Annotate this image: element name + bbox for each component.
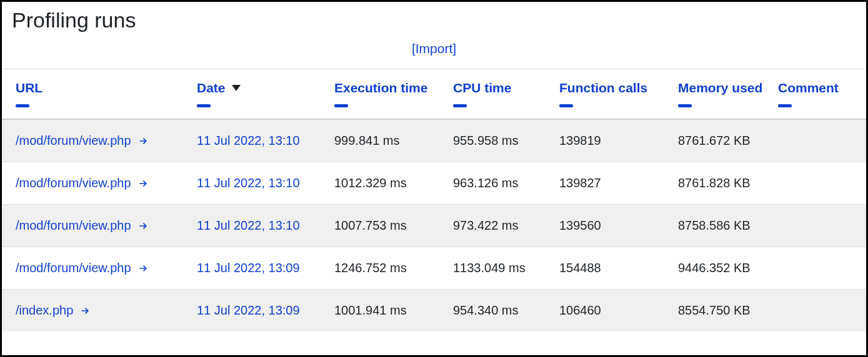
collapse-icon[interactable]	[678, 104, 692, 107]
column-header-cpu[interactable]: CPU time	[453, 81, 511, 95]
column-header-date[interactable]: Date	[197, 81, 241, 95]
import-link[interactable]: [Import]	[412, 41, 456, 56]
run-mem: 8758.586 KB	[678, 218, 751, 232]
table-row: /index.php 11 Jul 2022, 13:09 1001.941 m…	[2, 290, 866, 332]
run-exec: 1246.752 ms	[334, 261, 407, 275]
run-cpu: 955.958 ms	[453, 134, 519, 147]
arrow-right-icon	[137, 262, 150, 275]
run-func: 139827	[559, 176, 601, 190]
collapse-icon[interactable]	[16, 104, 29, 107]
column-header-mem[interactable]: Memory used	[678, 81, 762, 95]
run-mem: 8554.750 KB	[678, 303, 751, 317]
run-exec: 1007.753 ms	[334, 218, 407, 232]
run-func: 154488	[559, 261, 601, 275]
table-row: /mod/forum/view.php 11 Jul 2022, 13:10 9…	[2, 119, 866, 162]
run-mem: 8761.828 KB	[678, 176, 751, 190]
collapse-icon[interactable]	[334, 104, 348, 107]
run-func: 139819	[559, 134, 601, 147]
run-mem: 8761.672 KB	[678, 134, 751, 147]
collapse-icon[interactable]	[778, 104, 792, 107]
run-cpu: 973.422 ms	[453, 218, 519, 232]
run-cpu: 1133.049 ms	[453, 261, 526, 275]
page-title: Profiling runs	[2, 2, 866, 37]
run-date-link[interactable]: 11 Jul 2022, 13:10	[197, 218, 300, 232]
column-header-date-label: Date	[197, 81, 226, 95]
run-date-link[interactable]: 11 Jul 2022, 13:09	[197, 261, 300, 275]
run-exec: 1012.329 ms	[334, 176, 407, 190]
run-url-text: /index.php	[16, 303, 73, 318]
profiling-table: URL Date Execution time CPU time Functio…	[2, 69, 866, 331]
run-url-text: /mod/forum/view.php	[16, 176, 131, 190]
column-header-url[interactable]: URL	[16, 81, 42, 95]
column-header-comment[interactable]: Comment	[778, 81, 839, 95]
arrow-right-icon	[137, 220, 150, 232]
sort-desc-icon	[232, 85, 241, 91]
run-url-link[interactable]: /index.php	[16, 303, 92, 318]
run-exec: 999.841 ms	[334, 134, 400, 147]
arrow-right-icon	[137, 177, 150, 190]
run-func: 106460	[559, 303, 601, 317]
table-row: /mod/forum/view.php 11 Jul 2022, 13:09 1…	[2, 247, 866, 290]
run-url-link[interactable]: /mod/forum/view.php	[16, 261, 150, 275]
run-date-link[interactable]: 11 Jul 2022, 13:10	[197, 134, 300, 147]
run-mem: 9446.352 KB	[678, 261, 751, 275]
run-url-link[interactable]: /mod/forum/view.php	[16, 134, 150, 148]
collapse-icon[interactable]	[559, 104, 573, 107]
collapse-icon[interactable]	[453, 104, 467, 107]
run-cpu: 954.340 ms	[453, 303, 519, 317]
run-date-link[interactable]: 11 Jul 2022, 13:09	[197, 303, 300, 317]
run-url-link[interactable]: /mod/forum/view.php	[16, 218, 150, 233]
arrow-right-icon	[79, 305, 92, 317]
run-url-text: /mod/forum/view.php	[16, 261, 131, 275]
run-url-text: /mod/forum/view.php	[16, 134, 131, 148]
run-url-text: /mod/forum/view.php	[16, 218, 131, 233]
collapse-icon[interactable]	[197, 104, 211, 107]
run-date-link[interactable]: 11 Jul 2022, 13:10	[197, 176, 300, 190]
table-row: /mod/forum/view.php 11 Jul 2022, 13:10 1…	[2, 162, 866, 205]
table-header-row: URL Date Execution time CPU time Functio…	[2, 69, 866, 120]
arrow-right-icon	[137, 135, 150, 147]
run-cpu: 963.126 ms	[453, 176, 519, 190]
run-url-link[interactable]: /mod/forum/view.php	[16, 176, 150, 190]
run-exec: 1001.941 ms	[334, 303, 407, 317]
table-row: /mod/forum/view.php 11 Jul 2022, 13:10 1…	[2, 205, 866, 247]
column-header-func[interactable]: Function calls	[559, 81, 647, 95]
run-func: 139560	[559, 218, 601, 232]
column-header-exec[interactable]: Execution time	[334, 81, 427, 95]
